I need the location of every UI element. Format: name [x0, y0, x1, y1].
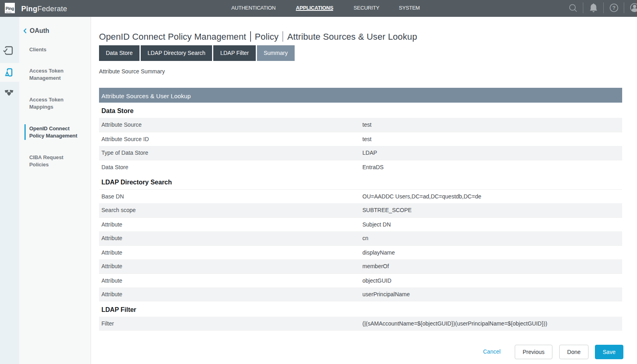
svg-text:?: ? [613, 5, 616, 11]
